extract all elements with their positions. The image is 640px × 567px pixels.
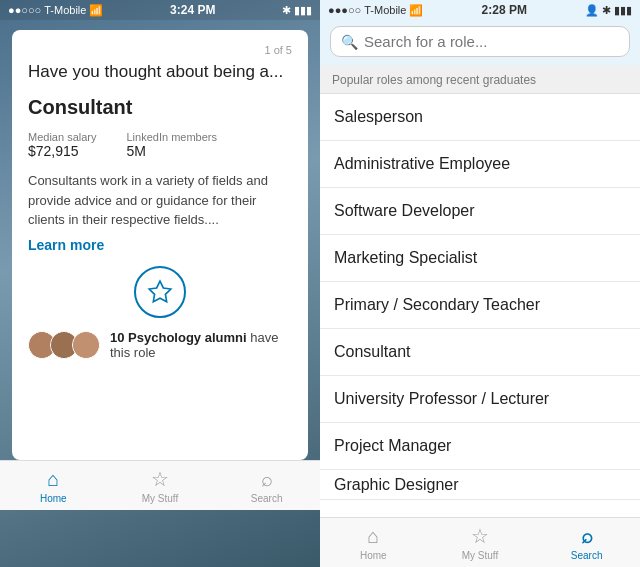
right-profile-icon: 👤 xyxy=(585,4,599,17)
search-icon-left: ⌕ xyxy=(261,468,273,491)
svg-marker-0 xyxy=(149,281,171,302)
right-nav-home[interactable]: ⌂ Home xyxy=(320,525,427,561)
right-nav-search[interactable]: ⌕ Search xyxy=(533,525,640,561)
bluetooth-icon: ✱ xyxy=(282,4,291,17)
signal-dots: ●●○○○ xyxy=(8,4,41,16)
right-carrier-name: T-Mobile xyxy=(364,4,406,16)
right-mystuff-icon: ☆ xyxy=(471,524,489,548)
role-item-salesperson[interactable]: Salesperson xyxy=(320,94,640,141)
card-question: Have you thought about being a... xyxy=(28,62,292,82)
mystuff-icon: ☆ xyxy=(151,467,169,491)
left-nav-home-label: Home xyxy=(40,493,67,504)
avatar-3 xyxy=(72,331,100,359)
role-item-professor[interactable]: University Professor / Lecturer xyxy=(320,376,640,423)
salary-value: $72,915 xyxy=(28,143,96,159)
alumni-section: 10 Psychology alumni have this role xyxy=(28,330,292,360)
search-bar-container: 🔍 xyxy=(320,20,640,65)
stat-members: LinkedIn members 5M xyxy=(126,131,217,159)
roles-list: Salesperson Administrative Employee Soft… xyxy=(320,94,640,500)
alumni-field: Psychology alumni xyxy=(128,330,246,345)
status-time-left: 3:24 PM xyxy=(170,3,215,17)
roles-section-header: Popular roles among recent graduates xyxy=(320,65,640,94)
left-nav-mystuff-label: My Stuff xyxy=(142,493,179,504)
role-item-marketing-specialist[interactable]: Marketing Specialist xyxy=(320,235,640,282)
learn-more-link[interactable]: Learn more xyxy=(28,237,104,253)
role-item-consultant[interactable]: Consultant xyxy=(320,329,640,376)
right-bottom-nav: ⌂ Home ☆ My Stuff ⌕ Search xyxy=(320,517,640,567)
alumni-avatars xyxy=(28,331,100,359)
left-panel: ●●○○○ T-Mobile 📶 3:24 PM ✱ ▮▮▮ 1 of 5 Ha… xyxy=(0,0,320,567)
star-circle[interactable] xyxy=(134,266,186,318)
right-status-bar: ●●●○○ T-Mobile 📶 2:28 PM 👤 ✱ ▮▮▮ xyxy=(320,0,640,20)
alumni-text: 10 Psychology alumni have this role xyxy=(110,330,292,360)
battery-icon: ▮▮▮ xyxy=(294,4,312,17)
role-item-software-developer[interactable]: Software Developer xyxy=(320,188,640,235)
left-nav-search[interactable]: ⌕ Search xyxy=(213,468,320,504)
right-status-time: 2:28 PM xyxy=(482,3,527,17)
role-item-teacher[interactable]: Primary / Secondary Teacher xyxy=(320,282,640,329)
left-nav-home[interactable]: ⌂ Home xyxy=(0,468,107,504)
search-bar-icon: 🔍 xyxy=(341,34,358,50)
right-status-carrier: ●●●○○ T-Mobile 📶 xyxy=(328,4,423,17)
wifi-icon: 📶 xyxy=(89,4,103,17)
status-battery-left: ✱ ▮▮▮ xyxy=(282,4,312,17)
card-role-title: Consultant xyxy=(28,96,292,119)
right-panel: ●●●○○ T-Mobile 📶 2:28 PM 👤 ✱ ▮▮▮ 🔍 Popul… xyxy=(320,0,640,567)
right-nav-my-stuff[interactable]: ☆ My Stuff xyxy=(427,524,534,561)
left-nav-my-stuff[interactable]: ☆ My Stuff xyxy=(107,467,214,504)
right-signal-dots: ●●●○○ xyxy=(328,4,361,16)
star-icon xyxy=(147,279,173,305)
stat-salary: Median salary $72,915 xyxy=(28,131,96,159)
right-status-battery: 👤 ✱ ▮▮▮ xyxy=(585,4,632,17)
status-carrier-left: ●●○○○ T-Mobile 📶 xyxy=(8,4,103,17)
card-stats: Median salary $72,915 LinkedIn members 5… xyxy=(28,131,292,159)
right-nav-home-label: Home xyxy=(360,550,387,561)
right-nav-mystuff-label: My Stuff xyxy=(462,550,499,561)
members-value: 5M xyxy=(126,143,217,159)
role-item-project-manager[interactable]: Project Manager xyxy=(320,423,640,470)
card-counter: 1 of 5 xyxy=(28,44,292,56)
role-item-administrative[interactable]: Administrative Employee xyxy=(320,141,640,188)
roles-section: Popular roles among recent graduates Sal… xyxy=(320,65,640,517)
role-card: 1 of 5 Have you thought about being a...… xyxy=(12,30,308,460)
role-item-graphic-designer[interactable]: Graphic Designer xyxy=(320,470,640,500)
left-bottom-nav: ⌂ Home ☆ My Stuff ⌕ Search xyxy=(0,460,320,510)
card-description: Consultants work in a variety of fields … xyxy=(28,171,292,230)
home-icon: ⌂ xyxy=(47,468,59,491)
left-nav-search-label: Search xyxy=(251,493,283,504)
right-bluetooth-icon: ✱ xyxy=(602,4,611,17)
right-battery-icon: ▮▮▮ xyxy=(614,4,632,17)
right-search-icon: ⌕ xyxy=(581,525,593,548)
star-save-area[interactable] xyxy=(28,266,292,318)
search-bar[interactable]: 🔍 xyxy=(330,26,630,57)
alumni-count: 10 xyxy=(110,330,124,345)
members-label: LinkedIn members xyxy=(126,131,217,143)
left-status-bar: ●●○○○ T-Mobile 📶 3:24 PM ✱ ▮▮▮ xyxy=(0,0,320,20)
right-wifi-icon: 📶 xyxy=(409,4,423,17)
carrier-name: T-Mobile xyxy=(44,4,86,16)
right-nav-search-label: Search xyxy=(571,550,603,561)
salary-label: Median salary xyxy=(28,131,96,143)
right-home-icon: ⌂ xyxy=(367,525,379,548)
search-input[interactable] xyxy=(364,33,619,50)
